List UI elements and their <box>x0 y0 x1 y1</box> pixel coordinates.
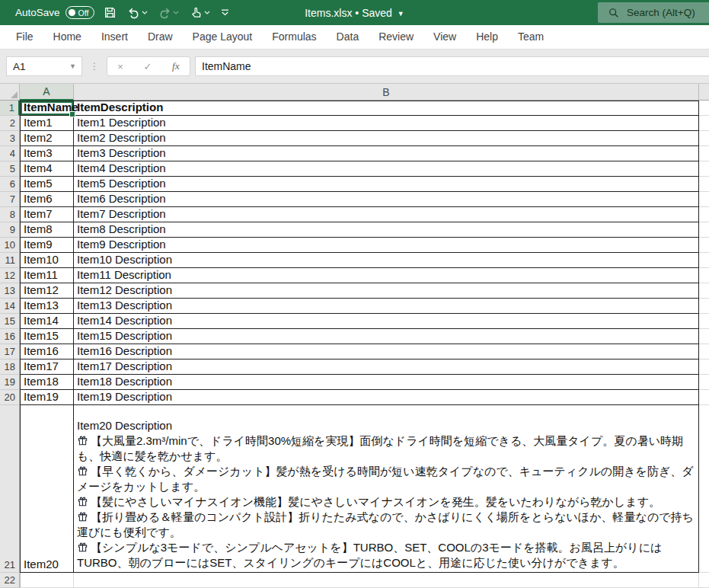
cell-C11-sliver[interactable] <box>699 253 709 268</box>
customize-qat-button[interactable] <box>219 8 231 18</box>
cell-B21[interactable]: Item20 Description【大風量2.3m³/minで、ドライ時間30… <box>74 405 699 573</box>
cell-B10[interactable]: Item9 Description <box>74 238 699 253</box>
cell-B14[interactable]: Item13 Description <box>74 299 699 314</box>
touch-mode-dropdown-icon[interactable] <box>204 11 210 14</box>
cell-A19[interactable]: Item18 <box>20 375 74 390</box>
undo-dropdown-icon[interactable] <box>142 11 148 14</box>
tab-file[interactable]: File <box>6 25 43 49</box>
cell-C7-sliver[interactable] <box>699 192 709 207</box>
cell-B1[interactable]: ItemDescription <box>74 101 699 116</box>
tab-team[interactable]: Team <box>508 25 554 49</box>
cell-C13-sliver[interactable] <box>699 283 709 299</box>
cell-B12[interactable]: Item11 Description <box>74 268 699 283</box>
cell-B16[interactable]: Item15 Description <box>74 329 699 344</box>
row-header-20[interactable]: 20 <box>0 390 20 405</box>
cell-B4[interactable]: Item3 Description <box>74 146 699 161</box>
cell-A16[interactable]: Item15 <box>20 329 74 344</box>
cell-B17[interactable]: Item16 Description <box>74 344 699 360</box>
row-header-13[interactable]: 13 <box>0 283 20 299</box>
cell-C21-sliver[interactable] <box>699 405 709 573</box>
cell-A8[interactable]: Item7 <box>20 207 74 222</box>
cell-A2[interactable]: Item1 <box>20 116 74 131</box>
tab-home[interactable]: Home <box>43 25 91 49</box>
row-header-5[interactable]: 5 <box>0 161 20 177</box>
row-header-12[interactable]: 12 <box>0 268 20 283</box>
cell-B22[interactable] <box>74 573 699 588</box>
cell-B9[interactable]: Item8 Description <box>74 222 699 238</box>
cell-C18-sliver[interactable] <box>699 360 709 375</box>
cancel-button[interactable]: × <box>114 61 126 72</box>
cell-A20[interactable]: Item19 <box>20 390 74 405</box>
cell-B3[interactable]: Item2 Description <box>74 131 699 146</box>
cell-C2-sliver[interactable] <box>699 116 709 131</box>
cell-C6-sliver[interactable] <box>699 177 709 192</box>
cell-A13[interactable]: Item12 <box>20 283 74 299</box>
row-header-18[interactable]: 18 <box>0 360 20 375</box>
cell-B2[interactable]: Item1 Description <box>74 116 699 131</box>
cell-A9[interactable]: Item8 <box>20 222 74 238</box>
tab-data[interactable]: Data <box>327 25 369 49</box>
cell-A18[interactable]: Item17 <box>20 360 74 375</box>
row-header-8[interactable]: 8 <box>0 207 20 222</box>
cell-A4[interactable]: Item3 <box>20 146 74 161</box>
cell-A15[interactable]: Item14 <box>20 314 74 329</box>
name-box-dropdown-icon[interactable]: ▼ <box>69 62 76 70</box>
name-box[interactable]: A1 ▼ <box>6 56 82 76</box>
tab-help[interactable]: Help <box>466 25 508 49</box>
column-header-a[interactable]: A <box>20 84 74 101</box>
cell-B6[interactable]: Item5 Description <box>74 177 699 192</box>
cell-C4-sliver[interactable] <box>699 146 709 161</box>
autosave-control[interactable]: AutoSave Off <box>15 6 94 19</box>
cell-A5[interactable]: Item4 <box>20 161 74 177</box>
cell-B13[interactable]: Item12 Description <box>74 283 699 299</box>
row-header-17[interactable]: 17 <box>0 344 20 360</box>
row-header-3[interactable]: 3 <box>0 131 20 146</box>
cell-C14-sliver[interactable] <box>699 299 709 314</box>
save-button[interactable] <box>102 5 118 21</box>
tab-draw[interactable]: Draw <box>138 25 183 49</box>
cell-A21[interactable]: Item20 <box>20 405 74 573</box>
cell-C8-sliver[interactable] <box>699 207 709 222</box>
cell-C1-sliver[interactable] <box>699 101 709 116</box>
cell-C22-sliver[interactable] <box>699 573 709 588</box>
tab-insert[interactable]: Insert <box>91 25 138 49</box>
row-header-10[interactable]: 10 <box>0 238 20 253</box>
row-header-16[interactable]: 16 <box>0 329 20 344</box>
cell-C20-sliver[interactable] <box>699 390 709 405</box>
row-header-7[interactable]: 7 <box>0 192 20 207</box>
cell-A10[interactable]: Item9 <box>20 238 74 253</box>
touch-mouse-mode-button[interactable] <box>188 5 212 21</box>
tab-review[interactable]: Review <box>369 25 423 49</box>
row-header-4[interactable]: 4 <box>0 146 20 161</box>
title-dropdown-icon[interactable]: ▼ <box>398 10 404 18</box>
cell-A11[interactable]: Item10 <box>20 253 74 268</box>
row-header-9[interactable]: 9 <box>0 222 20 238</box>
cell-A12[interactable]: Item11 <box>20 268 74 283</box>
cell-A22[interactable] <box>20 573 74 588</box>
document-title[interactable]: Items.xlsx • Saved <box>305 7 392 19</box>
cell-B18[interactable]: Item17 Description <box>74 360 699 375</box>
undo-button[interactable] <box>126 5 149 21</box>
cell-B11[interactable]: Item10 Description <box>74 253 699 268</box>
row-header-19[interactable]: 19 <box>0 375 20 390</box>
redo-dropdown-icon[interactable] <box>173 11 179 14</box>
enter-button[interactable]: ✓ <box>140 61 155 72</box>
cell-B20[interactable]: Item19 Description <box>74 390 699 405</box>
search-box[interactable]: Search (Alt+Q) <box>598 2 709 23</box>
cell-B15[interactable]: Item14 Description <box>74 314 699 329</box>
cell-C9-sliver[interactable] <box>699 222 709 238</box>
cell-B7[interactable]: Item6 Description <box>74 192 699 207</box>
select-all-button[interactable] <box>0 84 20 101</box>
insert-function-button[interactable]: fx <box>169 60 183 72</box>
cell-A1[interactable]: ItemName <box>20 101 74 116</box>
cell-C15-sliver[interactable] <box>699 314 709 329</box>
cell-A14[interactable]: Item13 <box>20 299 74 314</box>
cell-A7[interactable]: Item6 <box>20 192 74 207</box>
row-header-14[interactable]: 14 <box>0 299 20 314</box>
row-header-6[interactable]: 6 <box>0 177 20 192</box>
formula-input[interactable]: ItemName <box>195 56 709 76</box>
redo-button[interactable] <box>157 5 180 21</box>
cell-A17[interactable]: Item16 <box>20 344 74 360</box>
row-header-21[interactable]: 21 <box>0 405 20 573</box>
row-header-11[interactable]: 11 <box>0 253 20 268</box>
